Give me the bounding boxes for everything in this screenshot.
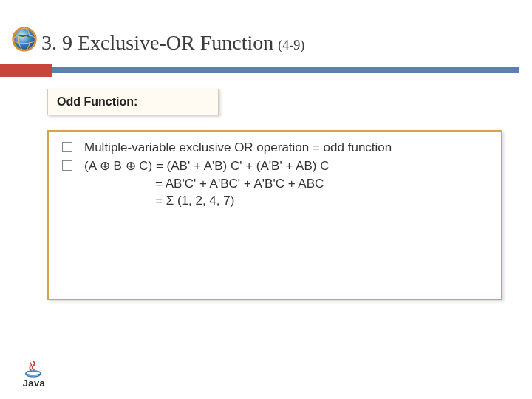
title-main: 3. 9 Exclusive-OR Function xyxy=(41,31,273,55)
bullet-text: Multiple-variable exclusive OR operation… xyxy=(84,139,486,156)
content-card: Multiple-variable exclusive OR operation… xyxy=(47,130,502,300)
slide-title: 3. 9 Exclusive-OR Function (4-9) xyxy=(41,31,517,55)
math-line: = Σ (1, 2, 4, 7) xyxy=(84,192,486,209)
slide: 3. 9 Exclusive-OR Function (4-9) Odd Fun… xyxy=(0,0,532,399)
java-wordmark: Java xyxy=(23,378,46,389)
rule-accent xyxy=(0,64,52,77)
rule-bar xyxy=(52,67,519,73)
bullet-item: (A ⊕ B ⊕ C) = (AB' + A'B) C' + (A'B' + A… xyxy=(56,157,486,209)
svg-point-3 xyxy=(26,371,41,375)
bullet-item: Multiple-variable exclusive OR operation… xyxy=(56,139,486,156)
bullet-text: (A ⊕ B ⊕ C) = (AB' + A'B) C' + (A'B' + A… xyxy=(84,157,486,209)
square-bullet-icon xyxy=(62,142,72,152)
net-globe-icon xyxy=(10,25,38,53)
math-line: (A ⊕ B ⊕ C) = (AB' + A'B) C' + (A'B' + A… xyxy=(84,157,486,174)
java-logo: Java xyxy=(15,360,53,389)
java-cup-icon xyxy=(23,360,45,378)
title-sub: (4-9) xyxy=(278,38,304,53)
subtitle-card: Odd Function: xyxy=(47,89,219,115)
square-bullet-icon xyxy=(62,160,72,171)
math-line: = AB'C' + A'BC' + A'B'C + ABC xyxy=(84,175,486,192)
svg-point-0 xyxy=(13,28,35,50)
